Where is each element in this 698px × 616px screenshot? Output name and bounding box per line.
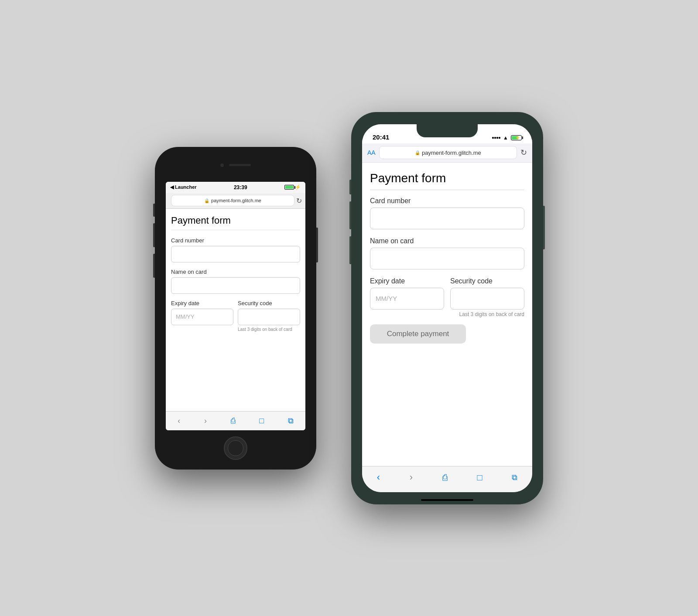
security-hint-old: Last 3 digits on back of card — [238, 327, 300, 332]
bolt-icon-new: ⚡ — [515, 136, 520, 140]
security-group-new: Security code Last 3 digits on back of c… — [450, 277, 524, 324]
url-box-new[interactable]: 🔒 payment-form.glitch.me — [379, 146, 517, 159]
wifi-icon-new: ▲ — [503, 135, 508, 141]
volume-down-button-new — [349, 236, 351, 264]
url-box-old[interactable]: 🔒 payment-form.glitch.me — [171, 195, 294, 206]
card-number-label-old: Card number — [171, 237, 300, 244]
bottom-nav-new: ‹ › ⎙ □ ⧉ — [362, 466, 532, 492]
title-divider-old — [171, 230, 300, 230]
name-label-old: Name on card — [171, 269, 300, 275]
bottom-row-old: Expiry date MM/YY Security code Last 3 d… — [171, 300, 300, 337]
name-input-new[interactable] — [370, 248, 524, 269]
lock-icon-old: 🔒 — [204, 198, 209, 203]
charging-icon-old: ⚡ — [295, 184, 301, 190]
name-input-old[interactable] — [171, 277, 300, 294]
security-input-new[interactable] — [450, 288, 524, 310]
share-button-old[interactable]: ⎙ — [231, 416, 236, 425]
volume-down-button — [153, 254, 155, 278]
reload-button-new[interactable]: ↻ — [520, 148, 527, 157]
back-button-old[interactable]: ‹ — [178, 416, 180, 425]
iphone11-screen: 20:41 ●●●● ▲ ⚡ AA 🔒 payment-form.glitch.… — [362, 124, 532, 492]
notch — [417, 124, 478, 137]
forward-button-new[interactable]: › — [410, 472, 413, 483]
security-input-old[interactable] — [238, 309, 300, 325]
status-icons-new: ●●●● ▲ ⚡ — [492, 135, 522, 141]
expiry-input-new[interactable]: MM/YY — [370, 288, 444, 310]
battery-area-old: ⚡ — [284, 184, 301, 190]
card-number-placeholder-old — [171, 246, 300, 262]
expiry-placeholder-new: MM/YY — [370, 288, 444, 309]
security-label-old: Security code — [238, 300, 300, 306]
time-label-old: 23:39 — [234, 184, 247, 191]
card-number-input-old[interactable] — [171, 246, 300, 262]
address-bar-new[interactable]: AA 🔒 payment-form.glitch.me ↻ — [362, 143, 532, 163]
card-number-input-new[interactable] — [370, 208, 524, 229]
expiry-label-old: Expiry date — [171, 300, 233, 306]
camera-dot — [220, 163, 224, 167]
home-button-old[interactable] — [224, 436, 247, 460]
expiry-group-new: Expiry date MM/YY — [370, 277, 444, 324]
tabs-button-old[interactable]: ⧉ — [288, 416, 294, 425]
mute-button — [153, 204, 155, 217]
bottom-nav-old: ‹ › ⎙ □ ⧉ — [166, 411, 305, 430]
top-speaker-area — [166, 159, 305, 171]
home-button-inner-old — [228, 440, 243, 456]
time-label-new: 20:41 — [373, 133, 389, 141]
lock-icon-new: 🔒 — [415, 150, 420, 155]
page-content-new: Payment form Card number Name on card Ex… — [362, 163, 532, 466]
url-text-new: payment-form.glitch.me — [422, 150, 481, 156]
power-button — [316, 228, 318, 262]
form-title-old: Payment form — [171, 215, 300, 226]
aa-button-new[interactable]: AA — [367, 149, 376, 156]
speaker-grille — [229, 164, 251, 166]
card-number-placeholder-new — [370, 208, 524, 229]
forward-button-old[interactable]: › — [204, 416, 207, 425]
power-button-new — [543, 206, 545, 249]
form-title-new: Payment form — [370, 171, 524, 185]
security-placeholder-old — [238, 309, 300, 325]
battery-icon-old — [284, 185, 294, 190]
name-placeholder-new — [370, 248, 524, 269]
share-button-new[interactable]: ⎙ — [442, 473, 448, 483]
volume-up-button — [153, 223, 155, 247]
iphone-7-device: ◀ Launcher 23:39 ⚡ 🔒 payment-form.glitch… — [155, 147, 316, 470]
security-hint-new: Last 3 digits on back of card — [450, 311, 524, 317]
status-bar-old: ◀ Launcher 23:39 ⚡ — [166, 182, 305, 193]
signal-icon-new: ●●●● — [492, 135, 500, 140]
battery-fill-old — [285, 186, 293, 189]
bookmarks-button-new[interactable]: □ — [477, 473, 482, 483]
name-label-new: Name on card — [370, 237, 524, 245]
expiry-label-new: Expiry date — [370, 277, 444, 285]
back-button-new[interactable]: ‹ — [377, 472, 380, 483]
reload-button-old[interactable]: ↻ — [296, 197, 302, 205]
title-divider-new — [370, 190, 524, 190]
volume-up-button-new — [349, 201, 351, 229]
iphone-11-device: 20:41 ●●●● ▲ ⚡ AA 🔒 payment-form.glitch.… — [351, 112, 543, 504]
security-group-old: Security code Last 3 digits on back of c… — [238, 300, 300, 337]
page-content-old: Payment form Card number Name on card Ex… — [166, 209, 305, 411]
security-label-new: Security code — [450, 277, 524, 285]
bookmarks-button-old[interactable]: □ — [259, 416, 264, 425]
url-text-old: payment-form.glitch.me — [211, 198, 261, 203]
expiry-input-old[interactable]: MM/YY — [171, 309, 233, 325]
tabs-button-new[interactable]: ⧉ — [512, 473, 517, 482]
carrier-label: ◀ Launcher — [170, 184, 197, 190]
expiry-placeholder-old: MM/YY — [171, 309, 233, 325]
name-placeholder-old — [171, 278, 300, 293]
complete-payment-button-new[interactable]: Complete payment — [370, 324, 466, 344]
security-placeholder-new — [451, 288, 524, 309]
iphone7-screen: ◀ Launcher 23:39 ⚡ 🔒 payment-form.glitch… — [166, 182, 305, 430]
bottom-row-new: Expiry date MM/YY Security code Last 3 d… — [370, 277, 524, 324]
battery-icon-new: ⚡ — [511, 135, 522, 140]
address-bar-old[interactable]: 🔒 payment-form.glitch.me ↻ — [166, 193, 305, 209]
expiry-group-old: Expiry date MM/YY — [171, 300, 233, 337]
card-number-label-new: Card number — [370, 197, 524, 205]
mute-button-new — [349, 180, 351, 194]
